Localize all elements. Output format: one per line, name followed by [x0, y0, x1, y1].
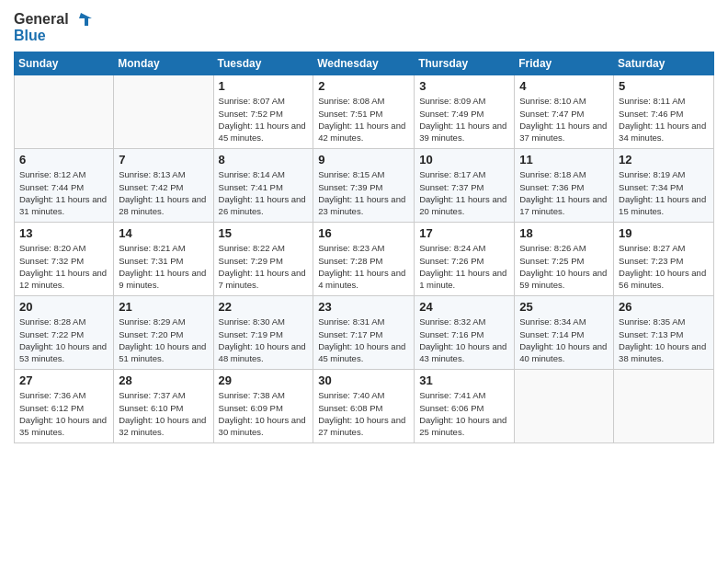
day-number: 28 [119, 373, 208, 387]
header: General Blue [14, 9, 714, 44]
calendar-cell: 16Sunrise: 8:23 AM Sunset: 7:28 PM Dayli… [313, 223, 415, 296]
week-row-3: 13Sunrise: 8:20 AM Sunset: 7:32 PM Dayli… [15, 223, 714, 296]
day-detail: Sunrise: 8:19 AM Sunset: 7:34 PM Dayligh… [619, 168, 709, 217]
calendar-cell: 25Sunrise: 8:34 AM Sunset: 7:14 PM Dayli… [515, 296, 614, 370]
calendar-cell: 30Sunrise: 7:40 AM Sunset: 6:08 PM Dayli… [313, 370, 415, 443]
calendar-cell: 3Sunrise: 8:09 AM Sunset: 7:49 PM Daylig… [415, 75, 515, 149]
day-number: 30 [318, 373, 409, 387]
day-number: 29 [219, 373, 309, 387]
day-number: 11 [519, 153, 609, 167]
col-header-tuesday: Tuesday [213, 52, 313, 75]
calendar-cell: 13Sunrise: 8:20 AM Sunset: 7:32 PM Dayli… [15, 223, 114, 296]
calendar-cell: 29Sunrise: 7:38 AM Sunset: 6:09 PM Dayli… [213, 370, 313, 443]
calendar-cell: 4Sunrise: 8:10 AM Sunset: 7:47 PM Daylig… [515, 75, 614, 149]
day-detail: Sunrise: 8:09 AM Sunset: 7:49 PM Dayligh… [419, 95, 509, 144]
day-number: 18 [519, 226, 609, 240]
logo-container: General Blue [14, 9, 92, 44]
day-detail: Sunrise: 7:40 AM Sunset: 6:08 PM Dayligh… [318, 389, 409, 438]
calendar-cell: 8Sunrise: 8:14 AM Sunset: 7:41 PM Daylig… [213, 149, 313, 223]
day-number: 6 [19, 153, 108, 167]
day-detail: Sunrise: 7:37 AM Sunset: 6:10 PM Dayligh… [119, 389, 208, 438]
calendar-cell: 5Sunrise: 8:11 AM Sunset: 7:46 PM Daylig… [614, 75, 714, 149]
calendar-cell: 6Sunrise: 8:12 AM Sunset: 7:44 PM Daylig… [15, 149, 114, 223]
day-number: 22 [219, 300, 309, 314]
day-number: 3 [419, 79, 509, 93]
day-number: 8 [219, 153, 309, 167]
calendar-cell: 2Sunrise: 8:08 AM Sunset: 7:51 PM Daylig… [313, 75, 415, 149]
day-detail: Sunrise: 8:31 AM Sunset: 7:17 PM Dayligh… [318, 316, 409, 364]
day-detail: Sunrise: 8:11 AM Sunset: 7:46 PM Dayligh… [619, 95, 709, 144]
calendar-table: SundayMondayTuesdayWednesdayThursdayFrid… [14, 52, 714, 443]
logo-blue: Blue [14, 28, 46, 44]
calendar-cell: 18Sunrise: 8:26 AM Sunset: 7:25 PM Dayli… [515, 223, 614, 296]
week-row-4: 20Sunrise: 8:28 AM Sunset: 7:22 PM Dayli… [15, 296, 714, 370]
day-number: 2 [318, 79, 409, 93]
day-number: 23 [318, 300, 409, 314]
day-number: 21 [119, 300, 208, 314]
day-detail: Sunrise: 7:36 AM Sunset: 6:12 PM Dayligh… [19, 389, 108, 438]
col-header-sunday: Sunday [15, 52, 114, 75]
day-number: 26 [619, 300, 709, 314]
day-detail: Sunrise: 8:24 AM Sunset: 7:26 PM Dayligh… [419, 242, 509, 291]
day-detail: Sunrise: 8:32 AM Sunset: 7:16 PM Dayligh… [419, 316, 509, 364]
day-number: 19 [619, 226, 709, 240]
day-number: 16 [318, 226, 409, 240]
calendar-cell: 10Sunrise: 8:17 AM Sunset: 7:37 PM Dayli… [415, 149, 515, 223]
day-detail: Sunrise: 7:41 AM Sunset: 6:06 PM Dayligh… [419, 389, 509, 438]
day-detail: Sunrise: 8:13 AM Sunset: 7:42 PM Dayligh… [119, 168, 208, 217]
calendar-cell: 17Sunrise: 8:24 AM Sunset: 7:26 PM Dayli… [415, 223, 515, 296]
day-detail: Sunrise: 8:08 AM Sunset: 7:51 PM Dayligh… [318, 95, 409, 144]
calendar-cell: 19Sunrise: 8:27 AM Sunset: 7:23 PM Dayli… [614, 223, 714, 296]
day-number: 27 [19, 373, 108, 387]
col-header-monday: Monday [114, 52, 213, 75]
day-detail: Sunrise: 8:15 AM Sunset: 7:39 PM Dayligh… [318, 168, 409, 217]
day-number: 12 [619, 153, 709, 167]
day-number: 5 [619, 79, 709, 93]
svg-marker-0 [79, 13, 92, 26]
week-row-5: 27Sunrise: 7:36 AM Sunset: 6:12 PM Dayli… [15, 370, 714, 443]
day-detail: Sunrise: 8:23 AM Sunset: 7:28 PM Dayligh… [318, 242, 409, 291]
day-detail: Sunrise: 8:10 AM Sunset: 7:47 PM Dayligh… [519, 95, 609, 144]
col-header-friday: Friday [515, 52, 614, 75]
calendar-cell: 28Sunrise: 7:37 AM Sunset: 6:10 PM Dayli… [114, 370, 213, 443]
day-number: 13 [19, 226, 108, 240]
week-row-1: 1Sunrise: 8:07 AM Sunset: 7:52 PM Daylig… [15, 75, 714, 149]
day-detail: Sunrise: 8:27 AM Sunset: 7:23 PM Dayligh… [619, 242, 709, 291]
calendar-cell: 20Sunrise: 8:28 AM Sunset: 7:22 PM Dayli… [15, 296, 114, 370]
calendar-cell [614, 370, 714, 443]
day-detail: Sunrise: 8:21 AM Sunset: 7:31 PM Dayligh… [119, 242, 208, 291]
day-number: 7 [119, 153, 208, 167]
col-header-wednesday: Wednesday [313, 52, 415, 75]
day-number: 15 [219, 226, 309, 240]
calendar-cell: 22Sunrise: 8:30 AM Sunset: 7:19 PM Dayli… [213, 296, 313, 370]
day-number: 1 [219, 79, 309, 93]
calendar-cell: 27Sunrise: 7:36 AM Sunset: 6:12 PM Dayli… [15, 370, 114, 443]
calendar-cell [114, 75, 213, 149]
day-number: 4 [519, 79, 609, 93]
day-detail: Sunrise: 8:26 AM Sunset: 7:25 PM Dayligh… [519, 242, 609, 291]
calendar-cell [515, 370, 614, 443]
col-header-thursday: Thursday [415, 52, 515, 75]
day-detail: Sunrise: 8:30 AM Sunset: 7:19 PM Dayligh… [219, 316, 309, 364]
calendar-cell: 15Sunrise: 8:22 AM Sunset: 7:29 PM Dayli… [213, 223, 313, 296]
day-detail: Sunrise: 8:29 AM Sunset: 7:20 PM Dayligh… [119, 316, 208, 364]
calendar-cell: 24Sunrise: 8:32 AM Sunset: 7:16 PM Dayli… [415, 296, 515, 370]
day-number: 31 [419, 373, 509, 387]
day-number: 9 [318, 153, 409, 167]
day-number: 24 [419, 300, 509, 314]
day-detail: Sunrise: 8:07 AM Sunset: 7:52 PM Dayligh… [219, 95, 309, 144]
day-detail: Sunrise: 8:18 AM Sunset: 7:36 PM Dayligh… [519, 168, 609, 217]
day-detail: Sunrise: 7:38 AM Sunset: 6:09 PM Dayligh… [219, 389, 309, 438]
day-detail: Sunrise: 8:14 AM Sunset: 7:41 PM Dayligh… [219, 168, 309, 217]
calendar-cell: 26Sunrise: 8:35 AM Sunset: 7:13 PM Dayli… [614, 296, 714, 370]
day-number: 17 [419, 226, 509, 240]
col-header-saturday: Saturday [614, 52, 714, 75]
day-detail: Sunrise: 8:34 AM Sunset: 7:14 PM Dayligh… [519, 316, 609, 364]
header-row: SundayMondayTuesdayWednesdayThursdayFrid… [15, 52, 714, 75]
day-detail: Sunrise: 8:22 AM Sunset: 7:29 PM Dayligh… [219, 242, 309, 291]
day-detail: Sunrise: 8:12 AM Sunset: 7:44 PM Dayligh… [19, 168, 108, 217]
week-row-2: 6Sunrise: 8:12 AM Sunset: 7:44 PM Daylig… [15, 149, 714, 223]
calendar-cell: 14Sunrise: 8:21 AM Sunset: 7:31 PM Dayli… [114, 223, 213, 296]
calendar-cell: 23Sunrise: 8:31 AM Sunset: 7:17 PM Dayli… [313, 296, 415, 370]
calendar-cell: 1Sunrise: 8:07 AM Sunset: 7:52 PM Daylig… [213, 75, 313, 149]
